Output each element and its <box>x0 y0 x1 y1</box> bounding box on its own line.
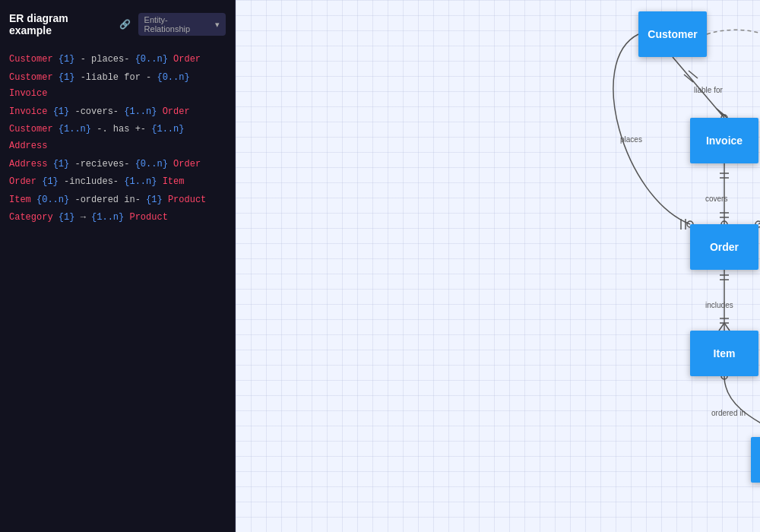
relation-item: Customer {1..n} -. has +- {1..n} Address <box>9 122 226 154</box>
svg-line-25 <box>719 323 724 331</box>
relations-list: Customer {1} - places- {0..n} Order Cust… <box>9 52 226 226</box>
diagram-canvas[interactable]: liable for places has covers recieves in… <box>236 0 760 532</box>
connections-svg <box>236 0 760 532</box>
svg-line-1 <box>684 74 693 82</box>
relation-item: Invoice {1} -covers- {1..n} Order <box>9 104 226 121</box>
node-item[interactable]: Item <box>690 331 758 376</box>
diagram-title: ER diagram example <box>9 12 112 36</box>
relation-item: Address {1} -recieves- {0..n} Order <box>9 157 226 173</box>
link-icon: 🔗 <box>119 19 131 30</box>
relation-item: Category {1} → {1..n} Product <box>9 210 226 226</box>
relation-item: Order {1} -includes- {1..n} Item <box>9 174 226 191</box>
sidebar: ER diagram example 🔗 Entity-Relationship… <box>0 0 236 532</box>
svg-line-26 <box>724 323 730 331</box>
label-includes: includes <box>705 301 733 309</box>
relation-item: Customer {1} -liable for - {0..n} Invoic… <box>9 70 226 103</box>
node-invoice[interactable]: Invoice <box>690 118 758 163</box>
label-liable-for: liable for <box>694 86 723 94</box>
node-order[interactable]: Order <box>690 224 758 270</box>
label-covers: covers <box>705 195 727 203</box>
sidebar-header: ER diagram example 🔗 Entity-Relationship… <box>9 12 226 36</box>
node-customer[interactable]: Customer <box>638 11 707 57</box>
svg-line-2 <box>689 71 698 78</box>
node-product[interactable]: Product <box>751 437 760 483</box>
diagram-type-dropdown[interactable]: Entity-Relationship ▾ <box>138 13 226 36</box>
label-places: places <box>620 135 642 144</box>
relation-item: Item {0..n} -ordered in- {1} Product <box>9 192 226 209</box>
label-ordered-in: ordered in <box>711 409 746 417</box>
svg-line-4 <box>717 109 726 116</box>
relation-item: Customer {1} - places- {0..n} Order <box>9 52 226 68</box>
